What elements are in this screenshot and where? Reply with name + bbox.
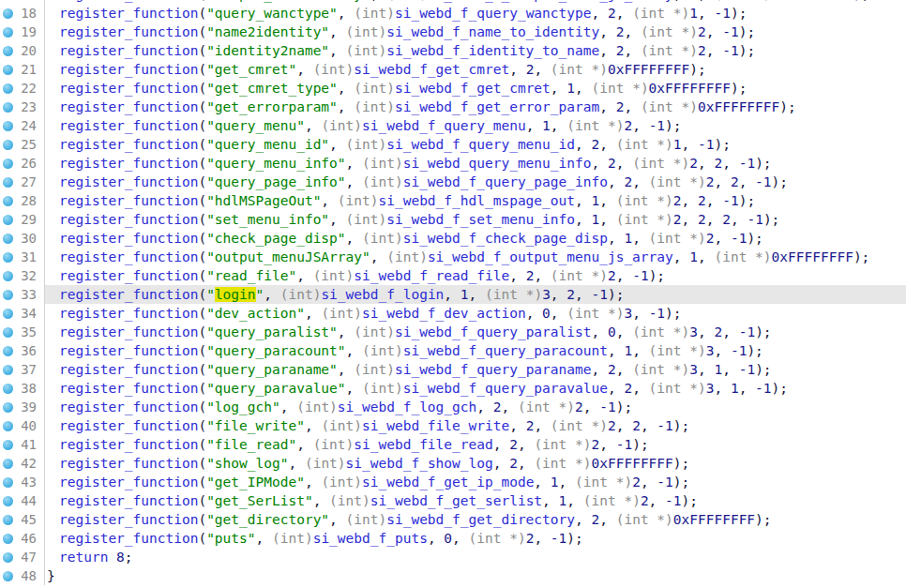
code-token: , bbox=[599, 99, 615, 114]
code-text[interactable]: register_function("get_SerList", (int)si… bbox=[45, 491, 906, 510]
code-token: , bbox=[624, 24, 640, 39]
code-text[interactable]: register_function("get_IPMode", (int)si_… bbox=[45, 473, 906, 491]
line-marker-bullet-icon bbox=[3, 158, 13, 169]
code-token: (int) bbox=[346, 137, 387, 152]
code-text[interactable]: register_function("hdlMSPageOut", (int)s… bbox=[45, 191, 906, 210]
code-text[interactable]: register_function("file_write", (int)si_… bbox=[45, 416, 906, 435]
code-text[interactable]: register_function("get_errorparam", (int… bbox=[45, 98, 906, 116]
code-token: "set_menu_info" bbox=[206, 212, 329, 227]
code-token: , bbox=[616, 268, 632, 283]
code-token: ); bbox=[739, 24, 755, 39]
code-text[interactable]: register_function("get_cmret", (int)si_w… bbox=[45, 60, 906, 79]
code-token: (int) bbox=[321, 475, 362, 490]
code-text[interactable]: register_function("get_cmret_type", (int… bbox=[45, 79, 906, 98]
code-text[interactable]: register_function("query_page_info", (in… bbox=[45, 173, 906, 191]
code-text[interactable]: register_function("output_menuJSArray", … bbox=[45, 248, 906, 266]
code-text[interactable]: register_function("query_paralist", (int… bbox=[45, 323, 906, 341]
line-number: 20 bbox=[13, 41, 44, 60]
code-token: (int *) bbox=[641, 24, 698, 39]
code-token: 2 bbox=[624, 174, 632, 189]
code-token: (int *) bbox=[632, 6, 689, 21]
code-token: 2 bbox=[509, 437, 518, 452]
code-line: 48} bbox=[0, 566, 906, 585]
code-token: si_webd_f_name_to_identity bbox=[386, 24, 599, 39]
code-line: 41register_function("file_read", (int)si… bbox=[0, 435, 906, 454]
code-text[interactable]: register_function("login", (int)si_webd_… bbox=[45, 285, 906, 304]
code-token: ( bbox=[198, 0, 206, 2]
code-text[interactable]: register_function("name2identity", (int)… bbox=[45, 23, 906, 41]
line-gutter: 44 bbox=[0, 491, 45, 510]
code-token: , bbox=[632, 118, 648, 133]
code-text[interactable]: register_function("identity2name", (int)… bbox=[45, 41, 906, 60]
code-token: ( bbox=[198, 231, 206, 246]
line-gutter: 22 bbox=[0, 79, 45, 98]
code-text[interactable]: register_function("dev_action", (int)si_… bbox=[45, 304, 906, 323]
code-text[interactable]: } bbox=[45, 566, 906, 585]
code-line: 25register_function("query_menu_id", (in… bbox=[0, 135, 906, 154]
code-token: si_webd_f_dev_action bbox=[362, 306, 526, 321]
code-text[interactable]: register_function("get_directory", (int)… bbox=[45, 510, 906, 529]
code-text[interactable]: register_function("file_read", (int)si_w… bbox=[45, 435, 906, 454]
line-marker-bullet-icon bbox=[3, 365, 13, 375]
code-text[interactable]: register_function("query_paraname", (int… bbox=[45, 360, 906, 379]
code-token: register_function bbox=[59, 24, 198, 39]
code-token: (int *) bbox=[583, 493, 641, 508]
code-text[interactable]: register_function("query_menu_id", (int)… bbox=[45, 135, 906, 154]
code-text[interactable]: register_function("set_menu_info", (int)… bbox=[45, 210, 906, 229]
code-token: ( bbox=[198, 43, 206, 58]
code-token: si_webd_query_menu_info bbox=[403, 156, 592, 171]
code-token: , bbox=[493, 437, 509, 452]
code-token: 2 bbox=[608, 156, 616, 171]
code-text[interactable]: register_function("show_log", (int)si_we… bbox=[45, 454, 906, 473]
line-gutter: 38 bbox=[0, 379, 45, 398]
code-token: 2 bbox=[566, 287, 575, 302]
code-text[interactable]: register_function("query_wanctype", (int… bbox=[45, 4, 906, 23]
code-text[interactable]: register_function("query_paracount", (in… bbox=[45, 341, 906, 360]
code-token: "name2identity" bbox=[206, 24, 329, 39]
code-token: , bbox=[493, 456, 509, 471]
code-token: si_webd_f_puts bbox=[313, 531, 428, 546]
code-line: 46register_function("puts", (int)si_webd… bbox=[0, 529, 906, 548]
code-text[interactable]: register_function("query_menu_info", (in… bbox=[45, 154, 906, 173]
code-token: ); bbox=[755, 512, 771, 527]
code-token: ); bbox=[608, 287, 624, 302]
code-token: 2 bbox=[731, 174, 739, 189]
code-text[interactable]: register_function("check_page_disp", (in… bbox=[45, 229, 906, 248]
code-token: -1 bbox=[632, 268, 648, 283]
code-token: , bbox=[641, 418, 657, 433]
code-token: "query_paralist" bbox=[206, 324, 338, 339]
code-token: (int *) bbox=[534, 456, 591, 471]
code-token: , bbox=[542, 493, 558, 508]
code-token: 2 bbox=[632, 418, 641, 433]
code-text[interactable]: return 8; bbox=[45, 548, 906, 566]
code-text[interactable]: register_function("query_paravalue", (in… bbox=[45, 379, 906, 398]
code-token: , bbox=[682, 137, 698, 152]
code-line: 26register_function("query_menu_info", (… bbox=[0, 154, 906, 173]
code-token: (int) bbox=[354, 99, 395, 114]
code-token: ( bbox=[198, 287, 206, 302]
line-marker-bullet-icon bbox=[3, 46, 13, 56]
code-text[interactable]: register_function("read_file", (int)si_w… bbox=[45, 266, 906, 285]
code-token: ( bbox=[198, 193, 206, 208]
code-token: ); bbox=[763, 212, 779, 227]
code-line: 39register_function("log_gch", (int)si_w… bbox=[0, 398, 906, 416]
code-token: ( bbox=[198, 456, 206, 471]
code-token: ); bbox=[739, 43, 755, 58]
line-marker-bullet-icon bbox=[3, 440, 13, 450]
code-token: , bbox=[534, 418, 550, 433]
code-token: "file_write" bbox=[206, 418, 305, 433]
line-number: 37 bbox=[13, 360, 44, 379]
code-token: , bbox=[321, 193, 337, 208]
code-text[interactable]: register_function("query_menu", (int)si_… bbox=[45, 116, 906, 135]
code-token: 2 bbox=[673, 193, 682, 208]
code-text[interactable]: register_function("log_gch", (int)si_web… bbox=[45, 398, 906, 416]
code-token: 2 bbox=[698, 43, 706, 58]
code-text[interactable]: register_function("puts", (int)si_webd_f… bbox=[45, 529, 906, 548]
code-line: 38register_function("query_paravalue", (… bbox=[0, 379, 906, 398]
code-line: 27register_function("query_page_info", (… bbox=[0, 173, 906, 191]
code-token: , bbox=[346, 343, 362, 358]
code-token: , bbox=[566, 493, 582, 508]
code-token: , bbox=[698, 324, 714, 339]
line-number: 34 bbox=[13, 304, 44, 323]
code-token: , bbox=[722, 156, 738, 171]
